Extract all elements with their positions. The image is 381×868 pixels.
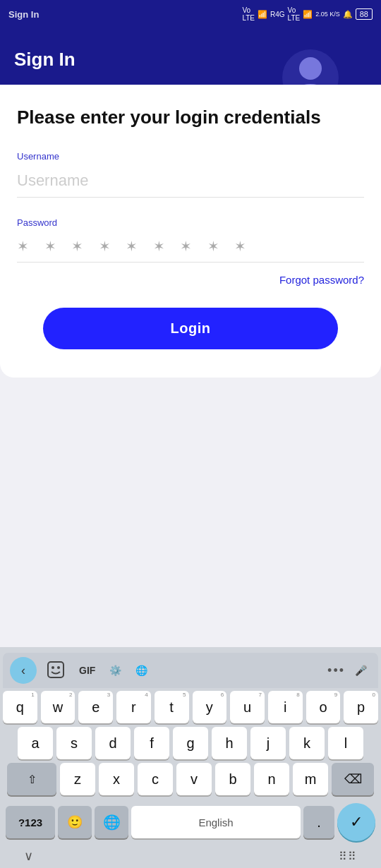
svg-point-0 (299, 57, 322, 80)
key-k[interactable]: k (289, 727, 325, 759)
alarm-icon: 🔔 (343, 10, 353, 19)
key-h[interactable]: h (212, 727, 247, 759)
svg-rect-2 (48, 662, 64, 677)
key-globe[interactable]: 🌐 (95, 806, 128, 838)
key-q[interactable]: 1q (3, 691, 37, 723)
key-p[interactable]: 0p (344, 691, 378, 723)
keyboard-settings-button[interactable]: ⚙️ (105, 662, 126, 679)
battery-icon: 88 (356, 8, 373, 20)
key-space[interactable]: English (131, 806, 301, 838)
key-num-switch[interactable]: ?123 (6, 806, 55, 838)
svg-point-3 (52, 666, 54, 669)
key-d[interactable]: d (95, 727, 131, 759)
forgot-password-link[interactable]: Forgot password? (279, 274, 364, 286)
header-title: Sign In (0, 49, 90, 85)
username-label: Username (17, 151, 364, 162)
svg-point-4 (57, 666, 60, 669)
login-button[interactable]: Login (43, 308, 338, 349)
header-area: Sign In (0, 28, 381, 85)
keyboard-translate-button[interactable]: 🌐 (131, 662, 152, 679)
key-m[interactable]: m (293, 763, 328, 795)
key-o[interactable]: 9o (306, 691, 341, 723)
key-n[interactable]: n (254, 763, 289, 795)
key-y[interactable]: 6y (193, 691, 227, 723)
keyboard-back-button[interactable]: ‹ (10, 657, 37, 684)
volte-icon: VoLTE (242, 6, 255, 22)
key-v[interactable]: v (176, 763, 212, 795)
key-s[interactable]: s (56, 727, 92, 759)
nav-chevron-down-icon[interactable]: ∨ (24, 848, 33, 864)
key-c[interactable]: c (138, 763, 173, 795)
key-r[interactable]: 4r (116, 691, 151, 723)
key-emoji[interactable]: 🙂 (58, 806, 92, 838)
key-i[interactable]: 8i (268, 691, 303, 723)
keyboard-gif-button[interactable]: GIF (75, 662, 99, 679)
key-w[interactable]: 2w (41, 691, 75, 723)
key-f[interactable]: f (134, 727, 169, 759)
username-input[interactable] (17, 166, 364, 198)
spacer (0, 378, 381, 490)
key-period[interactable]: . (303, 806, 334, 838)
key-check[interactable]: ✓ (337, 803, 375, 841)
keyboard-row-2: a s d f g h j k l (3, 727, 378, 759)
card-subtitle: Please enter your login credentials (17, 106, 364, 130)
status-bar: Sign In VoLTE 📶 R4G VoLTE 📶 2.05 K/S 🔔 8… (0, 0, 381, 28)
keyboard-bottom-bar: ?123 🙂 🌐 English . ✓ (3, 799, 378, 845)
key-b[interactable]: b (215, 763, 250, 795)
status-right-icons: VoLTE 📶 R4G VoLTE 📶 2.05 K/S 🔔 88 (242, 6, 373, 22)
keyboard-row-3: ⇧ z x c v b n m ⌫ (3, 763, 378, 795)
status-app-title: Sign In (8, 9, 39, 20)
key-z[interactable]: z (60, 763, 95, 795)
sticker-icon (47, 661, 65, 679)
key-j[interactable]: j (250, 727, 286, 759)
keyboard-mic-button[interactable]: 🎤 (351, 662, 371, 679)
r4g-icon: R4G (270, 11, 285, 18)
password-dots: ✶ ✶ ✶ ✶ ✶ ✶ ✶ ✶ ✶ (17, 232, 364, 263)
main-card: Please enter your login credentials User… (0, 85, 381, 378)
signal-icon-2: 📶 (303, 10, 313, 19)
keyboard: ‹ GIF ⚙️ 🌐 ••• 🎤 1q 2w 3e 4r 5t 6y 7u 8i… (0, 647, 381, 868)
keyboard-more-icon: ••• (327, 663, 345, 678)
password-label: Password (17, 217, 364, 228)
forgot-password-container: Forgot password? (17, 274, 364, 287)
key-l[interactable]: l (328, 727, 363, 759)
key-t[interactable]: 5t (155, 691, 189, 723)
key-backspace[interactable]: ⌫ (332, 763, 374, 795)
keyboard-row-1: 1q 2w 3e 4r 5t 6y 7u 8i 9o 0p (3, 691, 378, 723)
keyboard-toolbar: ‹ GIF ⚙️ 🌐 ••• 🎤 (3, 653, 378, 688)
keyboard-nav-bar: ∨ ⠿⠿ (3, 845, 378, 868)
key-shift[interactable]: ⇧ (7, 763, 56, 795)
nav-grid-icon: ⠿⠿ (339, 850, 357, 863)
key-x[interactable]: x (99, 763, 134, 795)
lte-signal-icon: 📶 (258, 10, 267, 19)
key-g[interactable]: g (173, 727, 208, 759)
key-e[interactable]: 3e (78, 691, 113, 723)
speed-label: 2.05 K/S (315, 11, 340, 18)
key-u[interactable]: 7u (230, 691, 265, 723)
key-a[interactable]: a (18, 727, 53, 759)
keyboard-sticker-button[interactable] (42, 658, 69, 684)
volte2-icon: VoLTE (288, 6, 301, 22)
